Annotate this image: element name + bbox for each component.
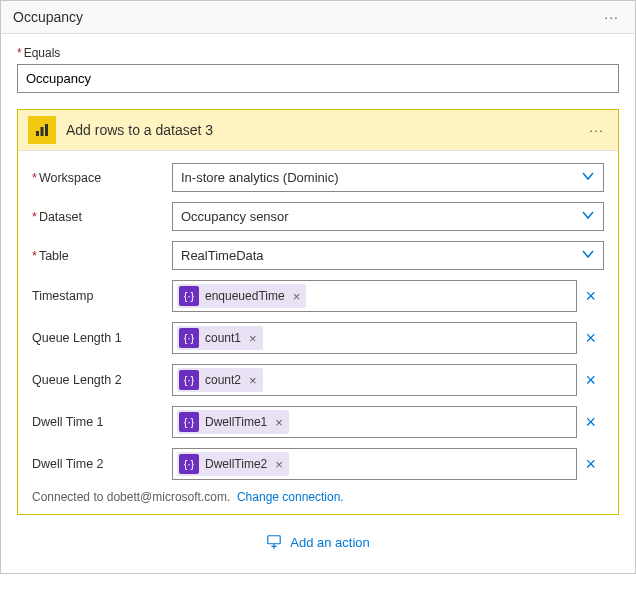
token-label: enqueuedTime xyxy=(205,289,285,303)
connection-info: Connected to dobett@microsoft.com. Chang… xyxy=(32,490,604,504)
dwell2-input[interactable]: {·} DwellTime2 × xyxy=(172,448,577,480)
table-row: Timestamp {·} enqueuedTime × × xyxy=(32,280,604,312)
card-menu-icon[interactable]: ··· xyxy=(600,9,623,25)
token-label: DwellTime2 xyxy=(205,457,267,471)
token-remove-icon[interactable]: × xyxy=(275,415,283,430)
clear-field-icon[interactable]: × xyxy=(577,286,604,307)
token-label: DwellTime1 xyxy=(205,415,267,429)
token[interactable]: {·} DwellTime1 × xyxy=(177,410,289,434)
queue2-input[interactable]: {·} count2 × xyxy=(172,364,577,396)
queue1-label: Queue Length 1 xyxy=(32,331,172,345)
action-body: Workspace In-store analytics (Dominic) D… xyxy=(18,151,618,514)
workspace-value: In-store analytics (Dominic) xyxy=(181,170,339,185)
svg-rect-2 xyxy=(45,124,48,136)
table-value: RealTimeData xyxy=(181,248,264,263)
queue1-input[interactable]: {·} count1 × xyxy=(172,322,577,354)
svg-rect-1 xyxy=(41,127,44,136)
action-card: Add rows to a dataset 3 ··· Workspace In… xyxy=(17,109,619,515)
dynamic-content-icon: {·} xyxy=(179,328,199,348)
token-label: count2 xyxy=(205,373,241,387)
table-row: Dwell Time 2 {·} DwellTime2 × × xyxy=(32,448,604,480)
timestamp-input[interactable]: {·} enqueuedTime × xyxy=(172,280,577,312)
action-menu-icon[interactable]: ··· xyxy=(585,122,608,138)
table-row: Queue Length 2 {·} count2 × × xyxy=(32,364,604,396)
svg-rect-0 xyxy=(36,131,39,136)
clear-field-icon[interactable]: × xyxy=(577,328,604,349)
token-remove-icon[interactable]: × xyxy=(249,331,257,346)
action-header: Add rows to a dataset 3 ··· xyxy=(18,110,618,151)
chevron-down-icon xyxy=(581,208,595,225)
equals-label: Equals xyxy=(17,46,619,60)
dynamic-content-icon: {·} xyxy=(179,454,199,474)
token[interactable]: {·} count1 × xyxy=(177,326,263,350)
timestamp-label: Timestamp xyxy=(32,289,172,303)
dataset-value: Occupancy sensor xyxy=(181,209,289,224)
chevron-down-icon xyxy=(581,247,595,264)
dynamic-content-icon: {·} xyxy=(179,286,199,306)
chevron-down-icon xyxy=(581,169,595,186)
token-label: count1 xyxy=(205,331,241,345)
change-connection-link[interactable]: Change connection. xyxy=(237,490,344,504)
connection-text: Connected to dobett@microsoft.com. xyxy=(32,490,230,504)
table-select[interactable]: RealTimeData xyxy=(172,241,604,270)
powerbi-icon xyxy=(28,116,56,144)
clear-field-icon[interactable]: × xyxy=(577,454,604,475)
workspace-select[interactable]: In-store analytics (Dominic) xyxy=(172,163,604,192)
card-title: Occupancy xyxy=(13,9,83,25)
add-action-button[interactable]: Add an action xyxy=(17,515,619,557)
table-row: Queue Length 1 {·} count1 × × xyxy=(32,322,604,354)
dataset-label: Dataset xyxy=(32,210,172,224)
token[interactable]: {·} count2 × xyxy=(177,368,263,392)
workspace-label: Workspace xyxy=(32,171,172,185)
dwell2-label: Dwell Time 2 xyxy=(32,457,172,471)
token-remove-icon[interactable]: × xyxy=(249,373,257,388)
card-header: Occupancy ··· xyxy=(1,1,635,34)
token-remove-icon[interactable]: × xyxy=(293,289,301,304)
dwell1-label: Dwell Time 1 xyxy=(32,415,172,429)
dwell1-input[interactable]: {·} DwellTime1 × xyxy=(172,406,577,438)
clear-field-icon[interactable]: × xyxy=(577,412,604,433)
dynamic-content-icon: {·} xyxy=(179,412,199,432)
clear-field-icon[interactable]: × xyxy=(577,370,604,391)
token-remove-icon[interactable]: × xyxy=(275,457,283,472)
dynamic-content-icon: {·} xyxy=(179,370,199,390)
condition-card: Occupancy ··· Equals Add rows to a datas… xyxy=(0,0,636,574)
token[interactable]: {·} DwellTime2 × xyxy=(177,452,289,476)
dataset-select[interactable]: Occupancy sensor xyxy=(172,202,604,231)
action-title: Add rows to a dataset 3 xyxy=(66,122,585,138)
svg-rect-3 xyxy=(268,536,280,544)
card-body: Equals Add rows to a dataset 3 ··· Works… xyxy=(1,34,635,573)
equals-input[interactable] xyxy=(17,64,619,93)
queue2-label: Queue Length 2 xyxy=(32,373,172,387)
token[interactable]: {·} enqueuedTime × xyxy=(177,284,306,308)
add-action-label: Add an action xyxy=(290,535,370,550)
add-action-icon xyxy=(266,533,282,551)
table-label: Table xyxy=(32,249,172,263)
table-row: Dwell Time 1 {·} DwellTime1 × × xyxy=(32,406,604,438)
